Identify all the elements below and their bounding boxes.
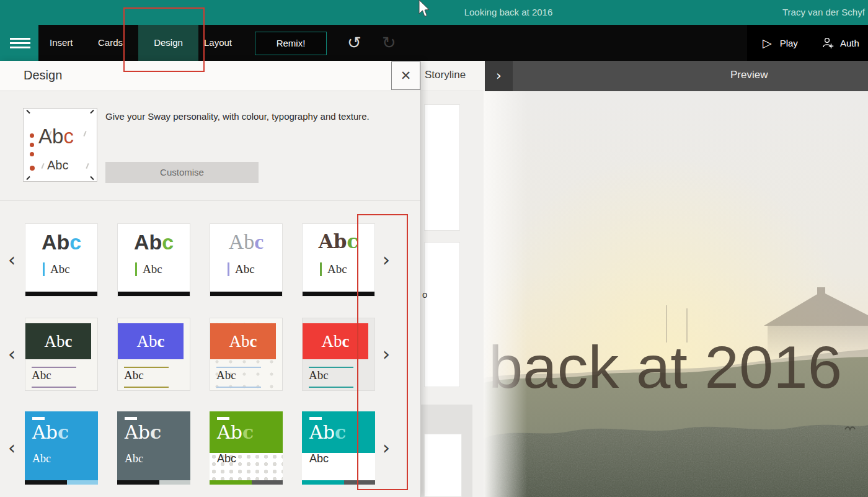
authors-button[interactable]: Auth	[822, 25, 859, 61]
storyline-card[interactable]	[424, 104, 460, 231]
document-title: Looking back at 2016	[446, 7, 570, 17]
preview-title: Preview	[730, 69, 768, 81]
style-card[interactable]: Abc Abc	[210, 223, 283, 297]
preview-header: Preview	[513, 61, 868, 91]
remix-button[interactable]: Remix!	[255, 32, 327, 55]
style-card[interactable]: Abc Abc	[25, 223, 98, 297]
play-button[interactable]: ▷ Play	[763, 25, 798, 61]
photo-texture	[484, 425, 868, 497]
user-name: Tracy van der Schyf	[782, 7, 865, 17]
preview-heading: back at 2016	[489, 333, 842, 401]
design-description: Give your Sway personality, with colour,…	[105, 111, 403, 122]
add-person-icon	[822, 37, 835, 50]
app-title-bar: Looking back at 2016 Tracy van der Schyf	[0, 0, 868, 25]
preview-photo[interactable]: back at 2016	[484, 91, 868, 497]
row2-scroll-right-icon[interactable]: ›	[383, 345, 390, 364]
preview-pane: Preview	[484, 61, 868, 497]
design-panel-header: Design ✕	[0, 61, 420, 91]
photo-left-fade	[484, 91, 527, 497]
storyline-panel: Storyline o	[421, 61, 484, 497]
style-card[interactable]: Abc Abc	[302, 411, 375, 485]
hamburger-menu-icon[interactable]	[10, 38, 30, 48]
style-card[interactable]: Abc Abc	[117, 411, 190, 485]
authors-label: Auth	[840, 38, 859, 48]
redo-icon: ↻	[382, 32, 396, 54]
row1-scroll-left-icon[interactable]: ‹	[8, 251, 16, 269]
undo-icon[interactable]: ↺	[347, 32, 361, 54]
style-sample-small: Abc	[47, 158, 68, 172]
storyline-card[interactable]	[424, 434, 462, 497]
close-icon[interactable]: ✕	[391, 61, 420, 90]
row1-scroll-right-icon[interactable]: ›	[383, 251, 390, 269]
row3-scroll-left-icon[interactable]: ‹	[8, 439, 16, 457]
tab-layout[interactable]: Layout	[204, 25, 232, 61]
style-row-2: Abc Abc Abc Abc Abc Abc Abc Abc	[25, 318, 375, 391]
play-icon: ▷	[763, 36, 772, 50]
style-card[interactable]: Abc Abc	[25, 318, 98, 391]
style-card[interactable]: Abc Abc	[302, 223, 375, 297]
style-card[interactable]: Abc Abc	[210, 318, 283, 391]
play-label: Play	[780, 38, 798, 48]
main-toolbar: Insert Cards Design Layout Remix! ↺ ↻ ▷ …	[0, 25, 868, 61]
row2-scroll-left-icon[interactable]: ‹	[8, 345, 16, 364]
storyline-title: Storyline	[425, 69, 466, 81]
storyline-card[interactable]	[424, 242, 460, 387]
current-style-thumbnail: Abc Abc	[23, 108, 97, 182]
style-row-1: Abc Abc Abc Abc Abc Abc Abc Abc	[25, 223, 375, 297]
tab-cards[interactable]: Cards	[98, 25, 123, 61]
style-card[interactable]: Abc Abc	[117, 318, 190, 391]
row3-scroll-right-icon[interactable]: ›	[383, 439, 390, 457]
style-sample-large: Abc	[38, 125, 74, 148]
menu-corner	[0, 25, 38, 61]
style-card[interactable]: Abc Abc	[302, 318, 375, 391]
design-panel: Design ✕ Abc Abc Give your Sway personal…	[0, 61, 421, 497]
toolbar-right-zone: ▷ Play Auth	[747, 25, 868, 61]
storyline-tab[interactable]: Storyline	[421, 61, 484, 91]
divider	[0, 200, 420, 201]
style-card[interactable]: Abc Abc	[117, 223, 190, 297]
style-card[interactable]: Abc Abc	[210, 411, 283, 485]
customise-button[interactable]: Customise	[105, 162, 259, 183]
design-panel-title: Design	[24, 68, 62, 83]
storyline-card-text-peek: o	[422, 289, 427, 300]
storyline-expand-chevron-icon[interactable]: ›	[485, 61, 513, 91]
style-card[interactable]: Abc Abc	[25, 411, 98, 485]
tab-design-active[interactable]: Design	[138, 25, 198, 61]
style-row-3: Abc Abc Abc Abc Abc Abc Abc Abc	[25, 411, 375, 485]
tab-insert[interactable]: Insert	[50, 25, 73, 61]
